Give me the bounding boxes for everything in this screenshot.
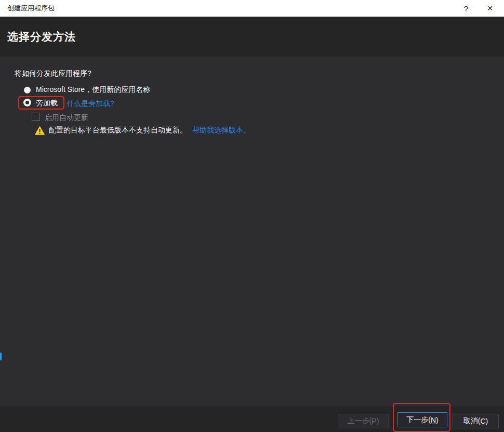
cancel-button-mnemonic: C — [480, 417, 485, 425]
next-button-mnemonic: N — [431, 416, 436, 424]
cancel-button[interactable]: 取消(C) — [453, 414, 499, 428]
radio-microsoft-store-label[interactable]: Microsoft Store，使用新的应用名称 — [36, 85, 150, 95]
auto-update-checkbox[interactable] — [32, 113, 40, 121]
cancel-button-text: 取消( — [463, 416, 481, 426]
distribution-question-label: 将如何分发此应用程序? — [15, 69, 91, 78]
create-app-packages-dialog: 创建应用程序包 ? ✕ 选择分发方法 将如何分发此应用程序? Microsoft… — [0, 0, 504, 432]
radio-microsoft-store[interactable] — [24, 87, 31, 93]
radio-sideload-label[interactable]: 旁加载 — [36, 99, 58, 108]
warning-text: 配置的目标平台最低版本不支持自动更新。 — [49, 126, 187, 135]
window-edge-accent — [0, 353, 2, 360]
wizard-content: 将如何分发此应用程序? Microsoft Store，使用新的应用名称 旁加载… — [0, 57, 504, 406]
previous-button-text-suffix: ) — [377, 417, 379, 425]
cancel-button-text-suffix: ) — [486, 417, 488, 425]
help-choose-version-link[interactable]: 帮助我选择版本。 — [192, 126, 250, 135]
help-button[interactable]: ? — [454, 0, 478, 17]
radio-selected-dot — [25, 101, 29, 104]
titlebar: 创建应用程序包 ? ✕ — [0, 0, 504, 17]
close-button[interactable]: ✕ — [478, 0, 502, 17]
close-icon: ✕ — [487, 4, 493, 12]
wizard-header: 选择分发方法 — [0, 17, 504, 57]
previous-button: 上一步(P) — [338, 414, 389, 428]
what-is-sideloading-link[interactable]: 什么是旁加载? — [67, 99, 114, 109]
next-button-text-suffix: ) — [436, 416, 439, 424]
previous-button-mnemonic: P — [372, 417, 376, 425]
window-title: 创建应用程序包 — [0, 4, 454, 13]
next-button-text: 下一步( — [406, 415, 431, 425]
page-title: 选择分发方法 — [7, 30, 76, 44]
help-icon: ? — [464, 4, 468, 13]
previous-button-text: 上一步( — [348, 416, 372, 426]
auto-update-checkbox-label: 启用自动更新 — [45, 113, 88, 123]
warning-icon — [35, 126, 45, 135]
warning-row: 配置的目标平台最低版本不支持自动更新。 帮助我选择版本。 — [35, 126, 250, 135]
wizard-footer: 上一步(P) 下一步(N) 取消(C) — [0, 406, 504, 432]
next-button[interactable]: 下一步(N) — [397, 412, 447, 427]
radio-sideload[interactable] — [23, 99, 31, 106]
